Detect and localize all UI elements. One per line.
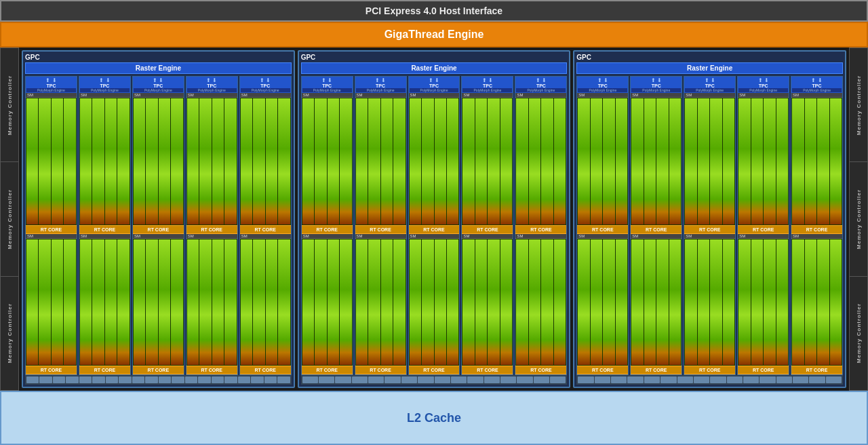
tpc-1-1-cuda-top [26, 98, 77, 225]
gpc-2-title: GPC [301, 54, 568, 61]
left-mem-ctrl-1: Memory Controller [1, 48, 18, 162]
gpc-1-bottom-strip [25, 375, 292, 385]
full-layout: PCI Express 4.0 Host Interface GigaThrea… [0, 0, 868, 445]
tpc-1-3: ⬆ ⬇ TPC PolyMorph Engine SM [132, 76, 184, 375]
gpcs-row: GPC Raster Engine ⬆ ⬇ TPC PolyMorph Engi… [19, 47, 849, 391]
l2-cache-label: L2 Cache [407, 411, 461, 425]
gpc-3-raster-engine: Raster Engine [576, 62, 843, 74]
right-mem-ctrl-3: Memory Controller [850, 277, 867, 390]
right-mem-ctrl-label-2: Memory Controller [856, 189, 862, 249]
right-mem-ctrl-label-1: Memory Controller [856, 75, 862, 135]
left-mem-ctrl-label-2: Memory Controller [7, 189, 13, 249]
tpc-1-1-sm-top: SM [26, 93, 77, 225]
gigathread-bar: GigaThread Engine [0, 22, 868, 47]
pci-express-label: PCI Express 4.0 Host Interface [366, 5, 502, 16]
right-mem-ctrl-label-3: Memory Controller [856, 303, 862, 363]
pci-express-bar: PCI Express 4.0 Host Interface [0, 0, 868, 22]
right-memory-controllers: Memory Controller Memory Controller Memo… [849, 47, 868, 391]
tpc-1-2: ⬆ ⬇ TPC PolyMorph Engine SM [79, 76, 131, 375]
gpc-2-tpcs: ⬆ ⬇ TPC PolyMorph Engine SM [301, 76, 568, 375]
gpc-2-bottom-strip [301, 375, 568, 385]
gpc-2: GPC Raster Engine ⬆ ⬇ TPC PolyMorph Engi… [298, 50, 571, 388]
gpc-3-bottom-strip [576, 375, 843, 385]
left-memory-controllers: Memory Controller Memory Controller Memo… [0, 47, 19, 391]
gpc-3-tpcs: ⬆ ⬇ TPC PolyMorph Engine SM [576, 76, 843, 375]
gpc-3: GPC Raster Engine ⬆ ⬇ TPC PolyMorph Engi… [573, 50, 846, 388]
tpc-1-1-sm-bot: SM [26, 234, 77, 366]
right-mem-ctrl-1: Memory Controller [850, 48, 867, 162]
gpc-3-title: GPC [576, 54, 843, 61]
gpc-1: GPC Raster Engine ⬆ ⬇ TPC PolyMorph Engi… [22, 50, 295, 388]
tpc-1-5: ⬆ ⬇ TPC PolyMorph Engine SM [239, 76, 292, 375]
left-mem-ctrl-2: Memory Controller [1, 162, 18, 276]
tpc-1-1-head: ⬆ ⬇ TPC PolyMorph Engine [26, 77, 77, 93]
tpc-1-1-cuda-bot [26, 239, 77, 366]
gpcs-area: GPC Raster Engine ⬆ ⬇ TPC PolyMorph Engi… [19, 47, 849, 391]
gpc-1-tpcs: ⬆ ⬇ TPC PolyMorph Engine SM [25, 76, 292, 375]
gpc-1-raster-engine: Raster Engine [25, 62, 292, 74]
middle-section: Memory Controller Memory Controller Memo… [0, 47, 868, 391]
gpc-2-raster-engine: Raster Engine [301, 62, 568, 74]
tpc-1-4: ⬆ ⬇ TPC PolyMorph Engine SM [186, 76, 238, 375]
tpc-1-2-head: ⬆ ⬇ TPC PolyMorph Engine [79, 77, 130, 93]
right-mem-ctrl-2: Memory Controller [850, 162, 867, 276]
tpc-1-1-rt-top: RT CORE [26, 225, 77, 234]
tpc-1-1: ⬆ ⬇ TPC PolyMorph Engine SM [25, 76, 77, 375]
gigathread-label: GigaThread Engine [384, 28, 484, 40]
gpc-1-title: GPC [25, 54, 292, 61]
left-mem-ctrl-3: Memory Controller [1, 277, 18, 390]
left-mem-ctrl-label-3: Memory Controller [7, 303, 13, 363]
l2-cache: L2 Cache [0, 391, 868, 445]
tpc-1-1-rt-bot: RT CORE [26, 366, 77, 374]
left-mem-ctrl-label-1: Memory Controller [7, 75, 13, 135]
